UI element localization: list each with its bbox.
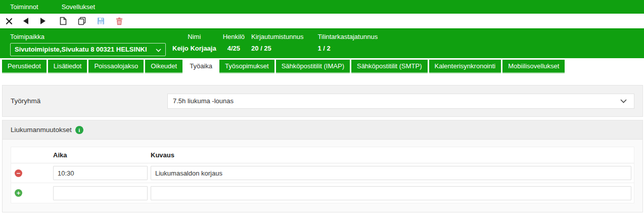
table-header-row: Aika Kuvaus — [11, 147, 634, 163]
flex-changes-header: Liukumanmuutokset i — [3, 120, 642, 140]
tab-oikeudet[interactable]: Oikeudet — [145, 60, 182, 73]
aika-input[interactable] — [53, 166, 148, 180]
table-row: − — [11, 163, 634, 183]
kirjautumistunnus-label: Kirjautumistunnus — [251, 32, 303, 42]
workgroup-value: 7.5h liukuma -lounas — [173, 97, 234, 105]
tab-bar: Perustiedot Lisätiedot Poissaolojakso Oi… — [0, 58, 644, 73]
field-toimipaikka: Toimipaikka Sivutoimipiste,Sivukatu 8 00… — [10, 32, 166, 58]
flex-changes-table: Aika Kuvaus − + — [11, 147, 634, 203]
tab-tyosopimukset[interactable]: Työsopimukset — [219, 60, 274, 73]
table-row: + — [11, 183, 634, 203]
kirjautumistunnus-value: 20 / 25 — [251, 42, 303, 55]
tab-lisatiedot[interactable]: Lisätiedot — [48, 60, 87, 73]
save-icon[interactable] — [96, 16, 106, 26]
add-row-button[interactable]: + — [15, 189, 22, 197]
toimipaikka-label: Toimipaikka — [10, 32, 166, 42]
kuvaus-input[interactable] — [151, 166, 631, 180]
remove-row-button[interactable]: − — [15, 169, 22, 177]
record-header: Toimipaikka Sivutoimipiste,Sivukatu 8 00… — [0, 28, 644, 58]
close-icon[interactable] — [4, 16, 14, 26]
toimipaikka-value: Sivutoimipiste,Sivukatu 8 00321 HELSINKI — [15, 44, 147, 56]
aika-column-header: Aika — [53, 151, 151, 159]
field-henkilo: Henkilö 4/25 — [223, 32, 245, 58]
field-kirjautumistunnus: Kirjautumistunnus 20 / 25 — [251, 32, 303, 58]
menu-sovellukset[interactable]: Sovellukset — [55, 0, 102, 14]
field-tilintarkastajatunnus: Tilintarkastajatunnus 1 / 2 — [317, 32, 378, 58]
toolbar — [0, 14, 644, 28]
tab-perustiedot[interactable]: Perustiedot — [2, 60, 47, 73]
info-icon[interactable]: i — [75, 126, 83, 134]
field-nimi: Nimi Keijo Korjaaja — [172, 32, 216, 58]
henkilo-value: 4/25 — [227, 42, 240, 55]
menu-toiminnot[interactable]: Toiminnot — [3, 0, 45, 14]
tab-tyoaika[interactable]: Työaika — [184, 60, 218, 73]
new-document-icon[interactable] — [58, 16, 68, 26]
kuvaus-column-header: Kuvaus — [151, 151, 634, 159]
tab-mobiilisovellukset[interactable]: Mobiilisovellukset — [502, 60, 565, 73]
workgroup-panel: Työryhmä 7.5h liukuma -lounas — [2, 85, 643, 117]
workgroup-select[interactable]: 7.5h liukuma -lounas — [167, 94, 634, 109]
nimi-value: Keijo Korjaaja — [172, 42, 216, 55]
flex-changes-section: Liukumanmuutokset i Aika Kuvaus − + — [2, 120, 643, 212]
workgroup-label: Työryhmä — [11, 97, 167, 105]
henkilo-label: Henkilö — [223, 32, 245, 42]
tab-poissaolojakso[interactable]: Poissaolojakso — [88, 60, 144, 73]
nimi-label: Nimi — [188, 32, 201, 42]
back-icon[interactable] — [21, 16, 31, 26]
tilintarkastajatunnus-value: 1 / 2 — [317, 42, 378, 55]
toimipaikka-select[interactable]: Sivutoimipiste,Sivukatu 8 00321 HELSINKI — [10, 43, 166, 56]
forward-icon[interactable] — [37, 16, 48, 26]
delete-icon[interactable] — [114, 16, 124, 26]
tab-sahkopostitilit-imap[interactable]: Sähköpostitilit (IMAP) — [276, 60, 350, 73]
flex-changes-title: Liukumanmuutokset — [11, 126, 72, 134]
menubar: Toiminnot Sovellukset — [0, 0, 644, 14]
aika-input[interactable] — [53, 186, 148, 200]
chevron-down-icon — [620, 97, 627, 105]
kuvaus-input[interactable] — [151, 186, 631, 200]
tab-sahkopostitilit-smtp[interactable]: Sähköpostitilit (SMTP) — [351, 60, 428, 73]
copy-icon[interactable] — [77, 16, 87, 26]
tilintarkastajatunnus-label: Tilintarkastajatunnus — [317, 32, 378, 42]
chevron-down-icon — [156, 45, 161, 54]
tab-kalenterisynkronointi[interactable]: Kalenterisynkronointi — [429, 60, 501, 73]
